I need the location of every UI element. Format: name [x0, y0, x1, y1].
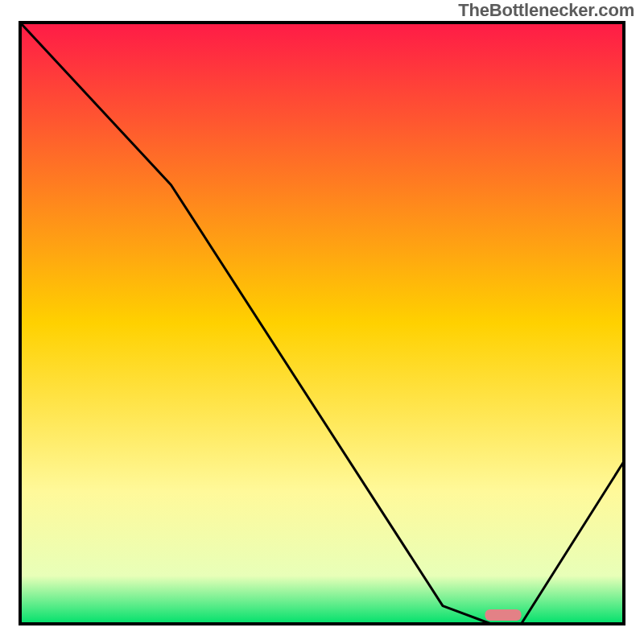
- watermark: TheBottlenecker.com: [458, 0, 634, 21]
- plot-background: [20, 23, 624, 624]
- plot-area: [20, 23, 624, 624]
- chart-container: TheBottlenecker.com: [0, 0, 644, 644]
- chart-svg: [0, 0, 644, 644]
- optimal-marker: [485, 609, 522, 621]
